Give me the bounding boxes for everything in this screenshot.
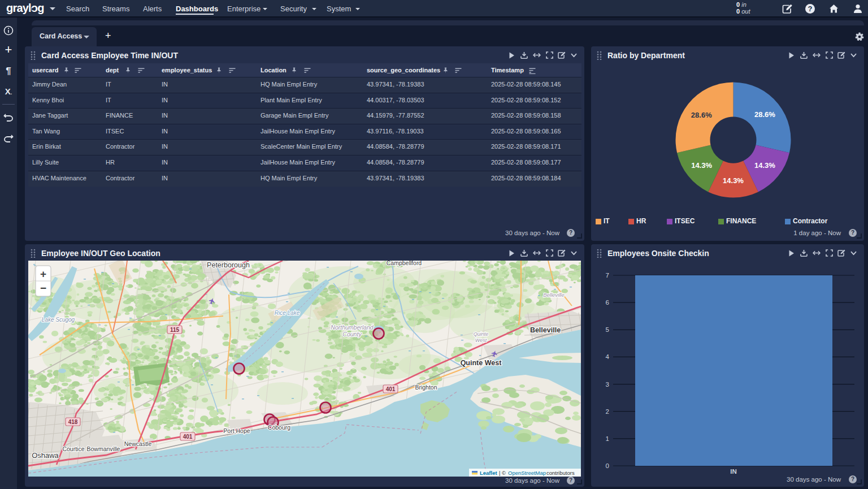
svg-text:Belleville: Belleville (543, 292, 565, 298)
svg-text:| ©: | © (499, 470, 506, 476)
svg-text:6: 6 (606, 299, 609, 306)
svg-text:Lake Scugog: Lake Scugog (42, 317, 75, 323)
svg-text:1: 1 (606, 435, 609, 442)
svg-text:401: 401 (386, 386, 396, 392)
svg-text:OpenStreetMap: OpenStreetMap (508, 470, 546, 476)
svg-text:2: 2 (606, 408, 609, 415)
svg-text:Oshawa: Oshawa (32, 451, 59, 460)
svg-text:3: 3 (606, 381, 609, 388)
svg-text:Newcastle: Newcastle (124, 440, 152, 447)
svg-text:14.3%: 14.3% (691, 161, 712, 170)
svg-text:28.6%: 28.6% (754, 110, 775, 119)
svg-text:Cobourg: Cobourg (268, 424, 290, 431)
svg-text:14.3%: 14.3% (723, 176, 744, 185)
svg-text:Quinte West: Quinte West (461, 359, 502, 367)
svg-text:Courtice: Courtice (62, 445, 84, 452)
svg-text:401: 401 (183, 434, 193, 440)
svg-text:Peterborough: Peterborough (207, 261, 250, 269)
svg-text:28.6%: 28.6% (691, 111, 712, 119)
svg-text:County: County (342, 331, 362, 337)
svg-text:Campbellford: Campbellford (387, 261, 422, 266)
svg-text:14.3%: 14.3% (754, 161, 775, 170)
svg-text:Northumberland: Northumberland (331, 324, 374, 331)
svg-text:Brighton: Brighton (415, 384, 437, 391)
svg-text:Quinte: Quinte (474, 331, 489, 337)
svg-text:4: 4 (606, 353, 610, 360)
svg-text:Rice Lake: Rice Lake (275, 310, 300, 316)
svg-text:5: 5 (606, 326, 609, 333)
svg-text:West: West (475, 337, 487, 343)
svg-text:0: 0 (606, 462, 609, 469)
svg-text:418: 418 (68, 419, 78, 425)
svg-text:Bowmanville: Bowmanville (87, 445, 120, 452)
svg-text:−: − (40, 282, 46, 294)
svg-text:115: 115 (170, 327, 180, 333)
svg-text:IN: IN (730, 468, 737, 475)
svg-text:7: 7 (606, 272, 609, 279)
svg-text:Port Hope: Port Hope (223, 427, 250, 434)
svg-text:Belleville: Belleville (530, 326, 561, 334)
svg-text:Leaflet: Leaflet (480, 470, 497, 476)
svg-text:contributors: contributors (546, 470, 575, 476)
svg-text:+: + (40, 268, 46, 280)
